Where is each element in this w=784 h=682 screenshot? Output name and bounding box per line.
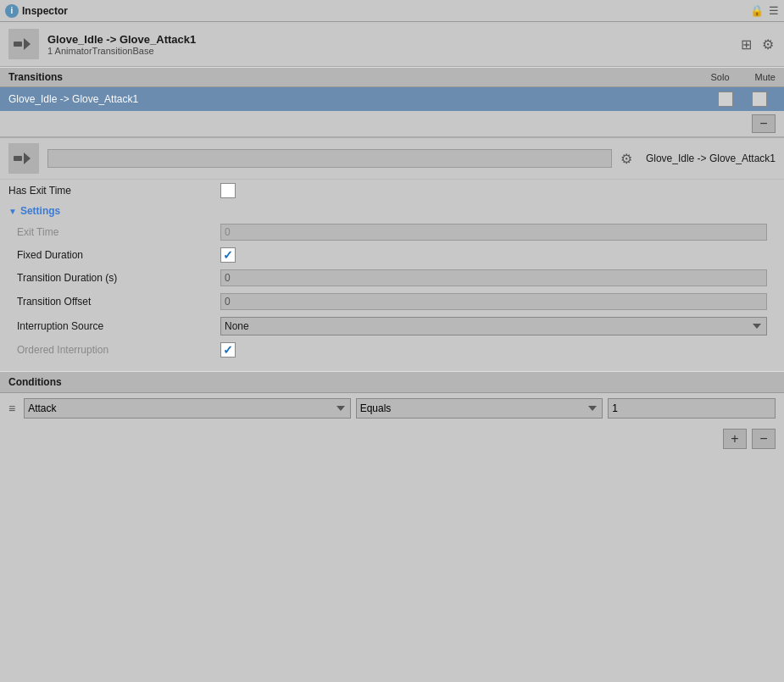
- interruption-source-value: None Current State Next State Current St…: [220, 317, 767, 335]
- transition-detail-icon: [8, 143, 39, 174]
- inspector-title: Inspector: [22, 5, 750, 17]
- transition-offset-row: Transition Offset: [0, 290, 784, 313]
- interruption-source-row: Interruption Source None Current State N…: [0, 313, 784, 339]
- transition-offset-label: Transition Offset: [17, 296, 220, 308]
- transition-row-label: Glove_Idle -> Glove_Attack1: [8, 93, 718, 105]
- transition-offset-input[interactable]: [220, 293, 767, 310]
- conditions-section: Conditions ≡ Attack Equals NotEqual Grea…: [0, 371, 784, 454]
- object-info: Glove_Idle -> Glove_Attack1 1 AnimatorTr…: [47, 33, 739, 56]
- exit-time-input[interactable]: [220, 224, 767, 241]
- conditions-row: ≡ Attack Equals NotEqual Greater Less: [0, 393, 784, 424]
- conditions-title: Conditions: [8, 376, 62, 388]
- settings-inner: Exit Time Fixed Duration Transition Dura…: [0, 220, 784, 361]
- object-header: Glove_Idle -> Glove_Attack1 1 AnimatorTr…: [0, 22, 784, 67]
- exit-time-label: Exit Time: [17, 226, 220, 238]
- svg-marker-1: [24, 38, 31, 50]
- inspector-icon: i: [5, 4, 19, 18]
- has-exit-time-row: Has Exit Time: [0, 180, 784, 202]
- exit-time-row: Exit Time: [0, 220, 784, 244]
- settings-label: Settings: [20, 205, 60, 217]
- transitions-title: Transitions: [8, 71, 711, 83]
- transition-duration-label: Transition Duration (s): [17, 272, 220, 284]
- settings-toggle[interactable]: ▼ Settings: [0, 202, 784, 220]
- lock-icon[interactable]: 🔒: [750, 4, 764, 17]
- transition-object-icon: [8, 29, 39, 59]
- mute-checkbox[interactable]: [752, 91, 767, 107]
- svg-rect-2: [14, 156, 22, 161]
- remove-condition-button[interactable]: −: [752, 429, 776, 449]
- transition-name-input[interactable]: [47, 149, 612, 168]
- has-exit-time-label: Has Exit Time: [8, 185, 220, 197]
- object-name: Glove_Idle -> Glove_Attack1: [47, 33, 739, 46]
- ordered-interruption-checkbox[interactable]: [220, 342, 236, 358]
- conditions-operator-select[interactable]: Equals NotEqual Greater Less: [356, 398, 603, 419]
- add-condition-button[interactable]: +: [723, 429, 747, 449]
- transition-duration-row: Transition Duration (s): [0, 266, 784, 290]
- ordered-interruption-label: Ordered Interruption: [17, 344, 220, 356]
- transition-duration-input[interactable]: [220, 269, 767, 286]
- svg-rect-0: [14, 42, 22, 47]
- transition-icon-svg: [12, 32, 36, 56]
- transitions-header: Transitions Solo Mute: [0, 67, 784, 87]
- transition-detail-svg: [12, 147, 36, 170]
- mute-label: Mute: [755, 72, 776, 82]
- transitions-header-right: Solo Mute: [711, 72, 776, 82]
- conditions-header: Conditions: [0, 371, 784, 393]
- conditions-parameter-select[interactable]: Attack: [24, 398, 350, 419]
- resize-button[interactable]: ⊞: [739, 35, 753, 54]
- drag-handle-icon[interactable]: ≡: [8, 402, 15, 415]
- transition-row-checkboxes: [718, 91, 776, 107]
- minus-row: −: [0, 111, 784, 137]
- has-exit-time-checkbox[interactable]: [220, 183, 236, 198]
- ordered-interruption-row: Ordered Interruption: [0, 339, 784, 361]
- transition-duration-value: [220, 269, 767, 286]
- menu-icon[interactable]: ☰: [769, 4, 779, 17]
- transition-offset-value: [220, 293, 767, 310]
- interruption-source-select[interactable]: None Current State Next State Current St…: [220, 317, 767, 335]
- conditions-add-row: + −: [0, 424, 784, 454]
- object-header-actions: ⊞ ⚙: [739, 35, 776, 54]
- title-bar: i Inspector 🔒 ☰: [0, 0, 784, 22]
- remove-transition-button[interactable]: −: [752, 114, 776, 133]
- solo-label: Solo: [711, 72, 730, 82]
- fixed-duration-checkbox[interactable]: [220, 247, 236, 263]
- transitions-section: Transitions Solo Mute Glove_Idle -> Glov…: [0, 67, 784, 138]
- transition-detail-label: Glove_Idle -> Glove_Attack1: [646, 152, 776, 164]
- title-bar-actions: 🔒 ☰: [750, 4, 779, 17]
- object-gear-button[interactable]: ⚙: [760, 35, 776, 54]
- interruption-source-label: Interruption Source: [17, 320, 220, 332]
- exit-time-value: [220, 224, 767, 241]
- conditions-value-input[interactable]: [608, 398, 776, 419]
- fixed-duration-label: Fixed Duration: [17, 249, 220, 261]
- transition-gear-button[interactable]: ⚙: [620, 151, 632, 167]
- object-type: 1 AnimatorTransitionBase: [47, 46, 739, 56]
- ordered-interruption-value: [220, 342, 767, 358]
- fixed-duration-value: [220, 247, 767, 263]
- fixed-duration-row: Fixed Duration: [0, 244, 784, 266]
- transition-row[interactable]: Glove_Idle -> Glove_Attack1: [0, 87, 784, 111]
- transition-detail-row: ⚙ Glove_Idle -> Glove_Attack1: [0, 138, 784, 180]
- svg-marker-3: [24, 152, 31, 164]
- solo-checkbox[interactable]: [718, 91, 733, 107]
- settings-arrow-icon: ▼: [8, 207, 17, 216]
